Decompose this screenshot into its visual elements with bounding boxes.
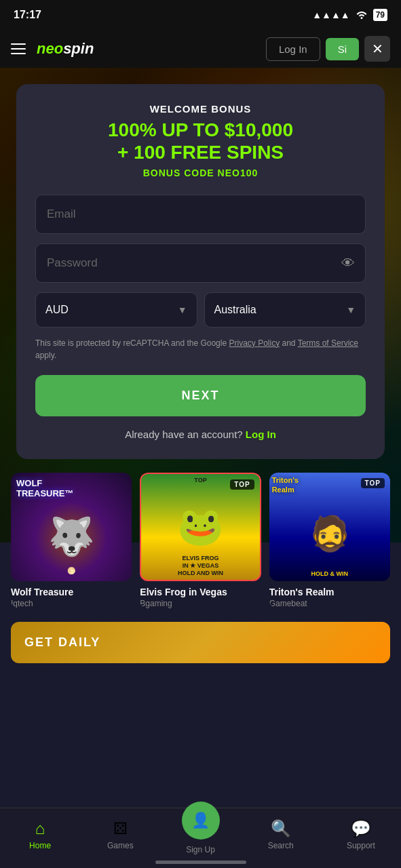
bonus-amount: 100% UP TO $10,000	[35, 119, 366, 142]
country-value: Australia	[214, 304, 256, 316]
support-label: Support	[347, 841, 375, 850]
country-select[interactable]: Australia ▼	[204, 292, 366, 328]
triton-emoji: 🧔	[309, 514, 351, 553]
currency-value: AUD	[45, 304, 69, 316]
currency-select[interactable]: AUD ▼	[35, 292, 197, 328]
wolf-moon: 🌕	[67, 567, 75, 574]
recaptcha-and: and	[282, 338, 298, 348]
home-indicator	[155, 861, 246, 864]
login-button[interactable]: Log In	[266, 37, 320, 61]
registration-modal: WELCOME BONUS 100% UP TO $10,000 + 100 F…	[16, 84, 385, 459]
status-bar: 17:17 ▲▲▲▲ 79	[0, 0, 401, 30]
game-card-triton[interactable]: TOP Triton'sRealm 🧔 HOLD & WIN Triton's …	[269, 473, 390, 608]
wifi-icon	[356, 9, 368, 21]
wolf-emoji: 🐺	[48, 515, 95, 559]
games-label: Games	[107, 841, 134, 850]
nav-item-support[interactable]: 💬 Support	[321, 819, 401, 850]
password-input[interactable]	[35, 243, 366, 283]
logo: neo spin	[37, 40, 94, 58]
nav-item-search[interactable]: 🔍 Search	[241, 819, 321, 850]
game-thumb-elvis: TOP TOP 🐸 ELVIS FROGIN ★ VEGASHOLD AND W…	[140, 473, 261, 581]
elvis-subtitle: ELVIS FROGIN ★ VEGASHOLD AND WIN	[144, 555, 256, 576]
login-link[interactable]: Log In	[246, 429, 276, 440]
select-row: AUD ▼ Australia ▼	[35, 292, 366, 328]
signup-circle-button[interactable]: 👤	[182, 802, 220, 840]
welcome-title: WELCOME BONUS	[35, 103, 366, 115]
terms-of-service-link[interactable]: Terms of Service	[298, 338, 358, 348]
game-provider-elvis: Bgaming	[140, 599, 261, 608]
bonus-code-label: BONUS CODE	[143, 167, 218, 178]
game-card-elvis-frog[interactable]: TOP TOP 🐸 ELVIS FROGIN ★ VEGASHOLD AND W…	[140, 473, 261, 608]
logo-spin: spin	[63, 40, 94, 58]
modal-overlay: WELCOME BONUS 100% UP TO $10,000 + 100 F…	[0, 68, 401, 663]
triton-subtitle: HOLD & WIN	[272, 570, 387, 577]
games-icon: ⚄	[113, 819, 128, 838]
home-icon: ⌂	[35, 819, 45, 838]
game-provider-wolf: Igtech	[11, 599, 132, 608]
game-thumb-triton: TOP Triton'sRealm 🧔 HOLD & WIN	[269, 473, 390, 581]
get-daily-text: GET DAILY	[24, 635, 377, 650]
game-name-triton: Triton's Realm	[269, 587, 390, 597]
bonus-spins: + 100 FREE SPINS	[35, 142, 366, 163]
game-name-elvis: Elvis Frog in Vegas	[140, 587, 261, 597]
eye-icon[interactable]: 👁	[341, 255, 355, 271]
nav-item-games[interactable]: ⚄ Games	[80, 819, 160, 850]
recaptcha-text: This site is protected by reCAPTCHA and …	[35, 337, 366, 361]
hamburger-menu[interactable]	[11, 43, 26, 54]
signal-icon: ▲▲▲▲	[312, 9, 349, 20]
nav-bar: neo spin Log In Si ✕	[0, 30, 401, 68]
nav-item-home[interactable]: ⌂ Home	[0, 819, 80, 850]
search-label: Search	[268, 841, 294, 850]
login-prompt-text: Already have an account?	[125, 429, 242, 440]
status-bar-right: ▲▲▲▲ 79	[312, 9, 387, 21]
game-provider-triton: Gamebeat	[269, 599, 390, 608]
password-group: 👁	[35, 243, 366, 283]
email-input[interactable]	[35, 195, 366, 234]
nav-item-signup[interactable]: 👤 Sign Up	[160, 815, 240, 854]
status-time: 17:17	[14, 9, 41, 21]
login-prompt: Already have an account? Log In	[35, 429, 366, 440]
privacy-policy-link[interactable]: Privacy Policy	[229, 338, 280, 348]
next-button[interactable]: NEXT	[35, 375, 366, 416]
bottom-nav: ⌂ Home ⚄ Games 👤 Sign Up 🔍 Search 💬 Supp…	[0, 808, 401, 868]
signup-icon: 👤	[191, 812, 210, 829]
search-icon: 🔍	[271, 819, 291, 838]
nav-left: neo spin	[11, 40, 94, 58]
close-button[interactable]: ✕	[364, 36, 390, 62]
game-name-wolf: Wolf Treasure	[11, 587, 132, 597]
game-thumb-wolf: WOLFTREASURE™ 🐺 🌕	[11, 473, 132, 581]
games-section: WOLFTREASURE™ 🐺 🌕 Wolf Treasure Igtech T…	[0, 473, 401, 608]
chevron-down-icon: ▼	[178, 304, 187, 315]
home-label: Home	[29, 841, 51, 850]
game-card-wolf-treasure[interactable]: WOLFTREASURE™ 🐺 🌕 Wolf Treasure Igtech	[11, 473, 132, 608]
elvis-title: TOP	[144, 477, 256, 484]
recaptcha-apply: apply.	[35, 351, 56, 360]
bonus-code-value: NEO100	[218, 167, 259, 178]
bonus-code-line: BONUS CODE NEO100	[35, 167, 366, 178]
games-grid: WOLFTREASURE™ 🐺 🌕 Wolf Treasure Igtech T…	[11, 473, 390, 608]
battery-icon: 79	[373, 9, 387, 21]
email-group	[35, 195, 366, 234]
logo-neo: neo	[37, 40, 63, 58]
wolf-title: WOLFTREASURE™	[16, 478, 74, 499]
signup-nav-button[interactable]: Si	[326, 38, 359, 60]
frog-emoji: 🐸	[177, 505, 224, 549]
signup-label: Sign Up	[186, 845, 215, 854]
get-daily-section[interactable]: GET DAILY	[11, 622, 390, 663]
triton-title: Triton'sRealm	[272, 475, 374, 495]
nav-right: Log In Si ✕	[266, 36, 390, 62]
support-icon: 💬	[351, 819, 371, 838]
chevron-down-icon: ▼	[346, 304, 356, 315]
